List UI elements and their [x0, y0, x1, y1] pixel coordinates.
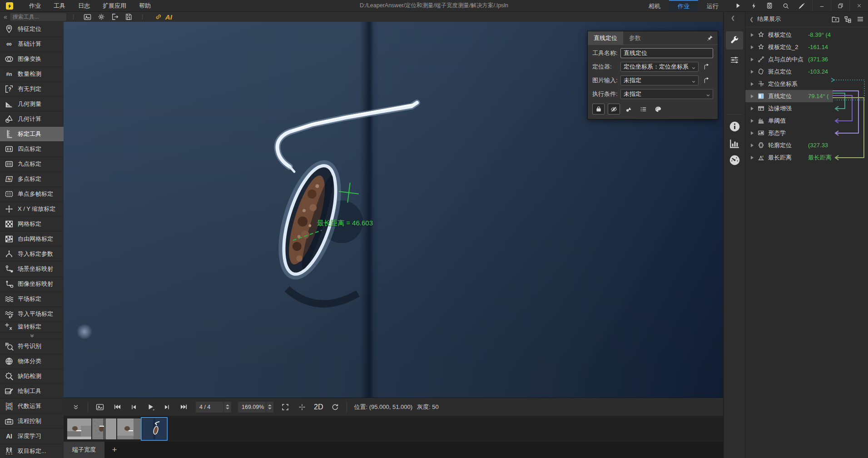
tree-view-icon[interactable]: [842, 14, 854, 25]
result-item[interactable]: YX定位坐标系: [745, 78, 868, 90]
sidebar-item[interactable]: 缺陷检测: [0, 369, 64, 383]
filmstrip-thumbnail-3[interactable]: [117, 418, 141, 439]
sidebar-item[interactable]: x旋转标定: [0, 322, 64, 332]
mode-tab-1[interactable]: 作业: [669, 0, 698, 11]
result-item[interactable]: 单阈值: [745, 114, 868, 127]
hide-overlay-button[interactable]: [608, 104, 620, 114]
save-device-icon[interactable]: [762, 0, 778, 11]
center-view-button[interactable]: [297, 402, 307, 412]
info-button[interactable]: [728, 119, 741, 133]
edit-disabled-icon[interactable]: [794, 0, 809, 11]
palette-button[interactable]: [652, 104, 664, 114]
pin-panel-button[interactable]: [707, 35, 714, 41]
save-icon[interactable]: [122, 12, 135, 22]
list-button[interactable]: [638, 104, 649, 114]
add-group-icon[interactable]: [829, 14, 842, 25]
sidebar-item[interactable]: F自由网格标定: [0, 232, 64, 246]
sidebar-scroll-more[interactable]: [0, 332, 64, 339]
search-input[interactable]: [10, 13, 66, 21]
minimize-button[interactable]: [812, 0, 831, 11]
sidebar-item[interactable]: 特征定位: [0, 22, 64, 36]
tool-panel-tab-1[interactable]: 参数: [623, 31, 647, 45]
menu-3[interactable]: 扩展应用: [96, 0, 133, 11]
lock-button[interactable]: [592, 104, 605, 114]
sidebar-item[interactable]: ∞基础计算: [0, 37, 64, 51]
menu-0[interactable]: 作业: [23, 0, 47, 11]
search-icon[interactable]: [778, 0, 794, 11]
collapse-sidebar-icon[interactable]: «: [4, 12, 7, 21]
field-select-3[interactable]: 未指定: [620, 89, 713, 99]
tool-panel-tab-0[interactable]: 直线定位: [588, 31, 623, 45]
sidebar-item[interactable]: 物体分类: [0, 354, 64, 368]
sidebar-item[interactable]: 图像坐标映射: [0, 277, 64, 291]
sidebar-item[interactable]: 导入平场标定: [0, 307, 64, 321]
mode-tab-2[interactable]: 运行: [698, 0, 727, 11]
next-frame-button[interactable]: [162, 402, 172, 412]
field-select-1[interactable]: 定位坐标系：定位坐标系: [620, 62, 699, 72]
sidebar-item[interactable]: N多点标定: [0, 172, 64, 186]
tool-name-input[interactable]: 直线定位: [620, 48, 713, 58]
menu-1[interactable]: 工具: [47, 0, 72, 11]
filmstrip-thumbnail-1[interactable]: [67, 418, 91, 439]
close-button[interactable]: [849, 0, 868, 11]
sidebar-item[interactable]: + + +双目标定...: [0, 444, 64, 458]
expand-arrow-icon[interactable]: [751, 82, 754, 86]
sidebar-item[interactable]: 标定工具: [0, 127, 64, 141]
filmstrip-thumbnail-4[interactable]: [142, 418, 166, 439]
collapse-strip-icon[interactable]: ❮: [731, 15, 735, 21]
result-item[interactable]: 模板定位_2-161.14: [745, 41, 868, 53]
sidebar-item[interactable]: X / Y 缩放标定: [0, 202, 64, 216]
sidebar-item[interactable]: 场景坐标映射: [0, 262, 64, 276]
run-once-icon[interactable]: [730, 0, 746, 11]
sidebar-item[interactable]: 九点标定: [0, 157, 64, 171]
shapes-button[interactable]: [623, 104, 635, 114]
collapse-results-icon[interactable]: ❮: [749, 16, 754, 22]
sidebar-item[interactable]: 导入标定参数: [0, 247, 64, 261]
jump-to-source-button[interactable]: [700, 62, 712, 72]
last-frame-button[interactable]: [179, 402, 189, 412]
sidebar-item[interactable]: 几何测量: [0, 97, 64, 111]
open-image-icon[interactable]: [81, 12, 94, 22]
sidebar-item[interactable]: 绘制工具: [0, 384, 64, 398]
sidebar-item[interactable]: #n数量检测: [0, 67, 64, 81]
view-mode-toggle[interactable]: 2D: [314, 403, 323, 411]
sidebar-item[interactable]: 图像变换: [0, 52, 64, 66]
sidebar-item[interactable]: [10][01]代数运算: [0, 399, 64, 413]
result-item[interactable]: d最长距离最长距离: [745, 151, 868, 164]
expand-arrow-icon[interactable]: [751, 45, 754, 49]
result-item[interactable]: 边缘增强: [745, 102, 868, 114]
result-item[interactable]: 轮廓定位(327.33: [745, 139, 868, 151]
fit-view-button[interactable]: [280, 402, 290, 412]
sidebar-item[interactable]: 几何计算: [0, 112, 64, 126]
job-tab[interactable]: 端子宽度: [64, 442, 104, 458]
filmstrip-thumbnail-2[interactable]: [92, 418, 116, 439]
refresh-button[interactable]: [330, 402, 340, 412]
frame-stepper[interactable]: 4 / 4: [196, 402, 231, 413]
result-item[interactable]: 直线定位79.14° (: [745, 90, 868, 102]
trigger-icon[interactable]: [746, 0, 762, 11]
collapse-filmstrip-icon[interactable]: [71, 402, 81, 412]
expand-arrow-icon[interactable]: [751, 131, 754, 135]
expand-arrow-icon[interactable]: [751, 144, 754, 147]
mode-tab-0[interactable]: 相机: [640, 0, 669, 11]
prev-frame-button[interactable]: [129, 402, 139, 412]
sidebar-item[interactable]: 符号识别: [0, 339, 64, 353]
frame-spinner[interactable]: [223, 402, 231, 413]
sidebar-item[interactable]: 平场标定: [0, 292, 64, 306]
zoom-spinner[interactable]: [266, 402, 273, 413]
sidebar-item[interactable]: 流程控制: [0, 414, 64, 428]
expand-arrow-icon[interactable]: [751, 107, 754, 110]
settings-gear-icon[interactable]: [94, 12, 108, 22]
add-job-tab-button[interactable]: +: [104, 442, 124, 458]
export-icon[interactable]: [108, 12, 122, 22]
image-source-icon[interactable]: [95, 402, 105, 412]
tool-config-button[interactable]: [726, 31, 743, 50]
expand-arrow-icon[interactable]: [751, 119, 754, 123]
sidebar-item[interactable]: ?有无判定: [0, 82, 64, 96]
expand-arrow-icon[interactable]: [751, 156, 754, 159]
result-item[interactable]: 形态学: [745, 127, 868, 139]
sidebar-item[interactable]: 网格标定: [0, 217, 64, 231]
jump-to-source-button[interactable]: [700, 75, 712, 85]
zoom-stepper[interactable]: 169.09%: [238, 402, 273, 413]
menu-4[interactable]: 帮助: [133, 0, 157, 11]
